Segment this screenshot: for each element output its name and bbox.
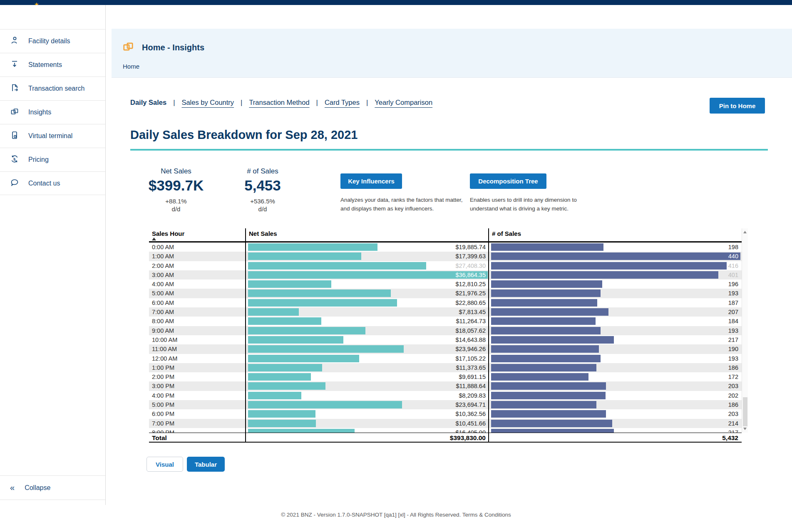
num-sales-bar	[491, 327, 601, 334]
sales-hour-cell: 0:00 AM	[149, 242, 246, 252]
sidebar-item-contact-us[interactable]: Contact us	[0, 171, 105, 195]
net-sales-cell: $7,813.45	[246, 307, 489, 317]
num-sales-cell: 193	[489, 326, 742, 335]
tab-yearly-comparison[interactable]: Yearly Comparison	[375, 99, 432, 106]
column-header-num-sales[interactable]: # of Sales	[489, 228, 742, 241]
table-row[interactable]: 6:00 PM$10,362.56203	[149, 409, 742, 418]
sidebar-collapse-button[interactable]: « Collapse	[0, 475, 105, 500]
sidebar-item-statements[interactable]: Statements	[0, 53, 105, 77]
num-sales-cell: 193	[489, 289, 742, 298]
net-sales-bar	[248, 271, 488, 279]
column-header-sales-hour[interactable]: Sales Hour	[149, 228, 246, 241]
num-sales-cell: 217	[489, 428, 742, 433]
net-sales-bar	[248, 262, 426, 270]
tab-transaction-method[interactable]: Transaction Method	[249, 99, 325, 106]
scroll-down-icon[interactable]	[743, 428, 747, 430]
visual-view-button[interactable]: Visual	[146, 457, 183, 472]
sales-table: Sales Hour Net Sales # of Sales 0:00 AM$…	[149, 228, 742, 443]
column-header-net-sales[interactable]: Net Sales	[246, 228, 489, 241]
table-row[interactable]: 2:00 AM$27,408.30416	[149, 261, 742, 270]
table-row[interactable]: 7:00 AM$7,813.45207	[149, 307, 742, 317]
num-sales-cell: 186	[489, 363, 742, 372]
net-sales-cell: $11,264.73	[246, 317, 489, 326]
net-sales-value: $14,643.88	[455, 337, 486, 343]
sidebar: Facility details Statements Transaction …	[0, 5, 106, 505]
sidebar-item-pricing[interactable]: $ Pricing	[0, 148, 105, 171]
sidebar-item-facility-details[interactable]: Facility details	[0, 29, 105, 53]
tabular-view-button[interactable]: Tabular	[187, 457, 225, 472]
num-sales-value: 193	[728, 355, 738, 362]
table-row[interactable]: 3:00 PM$11,888.64203	[149, 381, 742, 391]
table-row[interactable]: 1:00 AM$17,399.63440	[149, 252, 742, 261]
net-sales-value: $23,946.26	[455, 346, 486, 352]
num-sales-cell: 186	[489, 400, 742, 409]
num-sales-cell: 196	[489, 280, 742, 289]
key-influencers-button[interactable]: Key Influencers	[340, 173, 402, 189]
page-header-title: Home - Insights	[142, 43, 204, 52]
tab-daily-sales[interactable]: Daily Sales	[130, 99, 181, 106]
sales-hour-cell: 10:00 AM	[149, 335, 246, 344]
sidebar-item-insights[interactable]: Insights	[0, 100, 105, 124]
download-icon	[10, 59, 19, 70]
table-row[interactable]: 6:00 AM$22,880.65187	[149, 298, 742, 307]
virtual-terminal-icon	[10, 131, 19, 141]
pin-to-home-button[interactable]: Pin to Home	[710, 98, 765, 114]
table-row[interactable]: 9:00 AM$18,057.62193	[149, 326, 742, 335]
net-sales-cell: $12,810.25	[246, 280, 489, 289]
tab-sales-by-country[interactable]: Sales by Country	[181, 99, 249, 106]
sidebar-item-virtual-terminal[interactable]: Virtual terminal	[0, 124, 105, 148]
tab-card-types[interactable]: Card Types	[325, 99, 375, 106]
table-row[interactable]: 5:00 PM$23,694.71186	[149, 400, 742, 409]
sales-hour-cell: 1:00 PM	[149, 363, 246, 372]
table-row[interactable]: 8:00 PM$16,405.00217	[149, 428, 742, 433]
table-row[interactable]: 8:00 AM$11,264.73184	[149, 317, 742, 326]
kpi-delta: +536.5%	[231, 198, 294, 205]
table-row[interactable]: 1:00 PM$11,373.65186	[149, 363, 742, 372]
net-sales-value: $21,976.25	[455, 290, 486, 297]
net-sales-cell: $11,888.64	[246, 381, 489, 391]
table-row[interactable]: 0:00 AM$19,885.74198	[149, 242, 742, 252]
num-sales-bar	[491, 355, 601, 362]
table-row[interactable]: 3:00 AM$36,864.35401	[149, 270, 742, 280]
sidebar-item-transaction-search[interactable]: Transaction search	[0, 77, 105, 100]
table-row[interactable]: 10:00 AM$14,643.88217	[149, 335, 742, 344]
num-sales-value: 401	[728, 272, 738, 278]
table-row[interactable]: 4:00 AM$12,810.25196	[149, 280, 742, 289]
num-sales-value: 187	[728, 299, 738, 306]
net-sales-value: $10,362.56	[455, 411, 486, 417]
table-row[interactable]: 4:00 PM$8,209.83202	[149, 391, 742, 400]
num-sales-bar	[491, 429, 614, 433]
scrollbar-thumb[interactable]	[743, 397, 747, 426]
sales-hour-cell: 3:00 PM	[149, 381, 246, 391]
insights-knot-icon	[122, 40, 134, 54]
sales-hour-cell: 11:00 AM	[149, 344, 246, 354]
table-row[interactable]: 5:00 AM$21,976.25193	[149, 289, 742, 298]
decomposition-tree-button[interactable]: Decomposition Tree	[470, 173, 546, 189]
scroll-up-icon[interactable]	[743, 231, 747, 233]
table-scrollbar[interactable]	[742, 228, 748, 433]
num-sales-cell: 401	[489, 270, 742, 280]
table-row[interactable]: 11:00 AM$23,946.26190	[149, 344, 742, 354]
net-sales-bar	[248, 243, 377, 251]
net-sales-cell: $23,694.71	[246, 400, 489, 409]
footer-text: © 2021 BNZ - Version 1.7.0-SNAPSHOT [qa1…	[0, 512, 792, 518]
num-sales-bar	[491, 317, 596, 325]
pricing-dollar-cycle-icon: $	[10, 154, 19, 165]
table-row[interactable]: 12:00 AM$17,105.22193	[149, 354, 742, 363]
kpi-net-sales: Net Sales $399.7K +88.1% d/d	[145, 167, 207, 213]
num-sales-bar	[491, 262, 727, 270]
breadcrumb[interactable]: Home	[123, 63, 139, 70]
net-sales-value: $27,408.30	[455, 262, 486, 269]
net-sales-cell: $17,399.63	[246, 252, 489, 261]
net-sales-value: $11,888.64	[456, 383, 486, 389]
net-sales-bar	[248, 401, 402, 408]
table-row[interactable]: 2:00 PM$9,691.15172	[149, 372, 742, 381]
sidebar-item-label: Contact us	[28, 180, 60, 187]
num-sales-cell: 203	[489, 381, 742, 391]
net-sales-cell: $17,105.22	[246, 354, 489, 363]
sidebar-nav: Facility details Statements Transaction …	[0, 29, 105, 195]
page: bnz ★ ★ ★ ★ ★ Facility details	[0, 0, 792, 532]
num-sales-cell: 202	[489, 391, 742, 400]
net-sales-cell: $22,880.65	[246, 298, 489, 307]
table-row[interactable]: 7:00 PM$10,451.66214	[149, 419, 742, 428]
